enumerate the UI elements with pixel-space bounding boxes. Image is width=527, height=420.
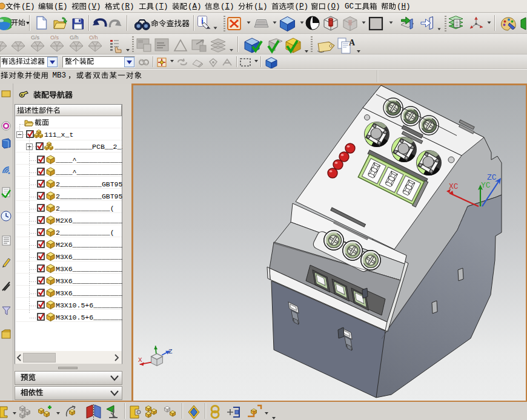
svg-text:Z: Z (168, 348, 173, 355)
svg-text:XC: XC (449, 182, 459, 191)
svg-text:YC: YC (481, 181, 491, 190)
svg-text:ZC: ZC (487, 173, 497, 182)
svg-text:X: X (138, 356, 142, 364)
svg-text:A: A (349, 38, 355, 47)
